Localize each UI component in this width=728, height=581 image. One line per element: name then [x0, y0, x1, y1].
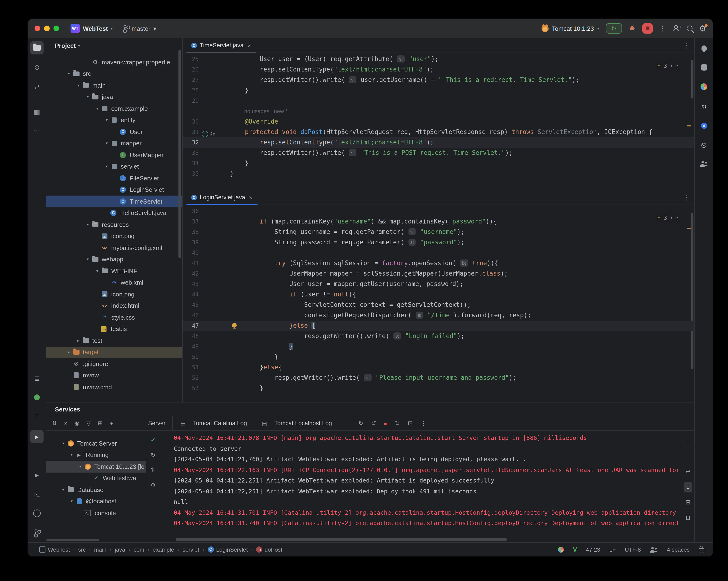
chevron-icon[interactable]: ▾	[84, 257, 92, 261]
tree-item-fileservlet[interactable]: CFileServlet	[46, 172, 182, 184]
rerun-icon[interactable]: ↻	[151, 450, 155, 460]
breadcrumb-item-java[interactable]: java	[115, 546, 125, 553]
code-area[interactable]: ⚠ 3 ▴ ▾ 25 User user = (User) req.getAtt…	[183, 53, 694, 190]
warning-stripe-mark[interactable]	[687, 125, 691, 126]
restart-icon[interactable]: ↻	[359, 420, 363, 427]
tree-item-gitignore[interactable]: ⊘.gitignore	[46, 358, 182, 370]
code-line[interactable]: 38 String username = req.getParameter( s…	[183, 227, 694, 237]
tree-item-icon-png[interactable]: icon.png	[46, 288, 182, 300]
services-item-console[interactable]: >_console	[46, 507, 146, 519]
chevron-icon[interactable]: ▾	[84, 223, 92, 227]
zoom-button[interactable]	[53, 26, 59, 31]
intention-bulb-icon[interactable]	[232, 323, 237, 328]
code-with-me-icon[interactable]: +	[673, 25, 680, 32]
tree-item-entity[interactable]: ▾entity	[46, 115, 182, 126]
code-line[interactable]: 39 String password = req.getParameter( s…	[183, 237, 694, 248]
tree-item-style-css[interactable]: #style.css	[46, 311, 182, 323]
inspections-widget[interactable]: ⚠ 3 ▴ ▾	[655, 212, 681, 224]
close-icon[interactable]: ×	[247, 42, 251, 49]
code-line[interactable]: 34 }	[183, 158, 694, 169]
tree-item-servlet[interactable]: ▾servlet	[46, 161, 182, 172]
tree-item-com-example[interactable]: ▾com.example	[46, 103, 182, 115]
maven-icon[interactable]: m	[697, 99, 710, 113]
services-item-localhost[interactable]: ▾@localhost	[46, 496, 146, 507]
code-line[interactable]: 46 context.getRequestDispatcher( s: "/ti…	[183, 310, 694, 321]
check-icon[interactable]: ✓	[151, 435, 155, 445]
chevron-icon[interactable]: ▾	[77, 464, 84, 469]
tree-item-main[interactable]: ▾main	[46, 80, 182, 91]
collab-users-icon[interactable]	[650, 547, 658, 552]
tree-item-timeservlet[interactable]: CTimeServlet	[46, 196, 182, 207]
chevron-icon[interactable]: ▾	[60, 488, 67, 492]
preview-icon[interactable]: ◉	[74, 420, 79, 427]
code-line[interactable]: 28 }	[183, 85, 694, 96]
scroll-icon[interactable]: ⇅	[151, 464, 155, 475]
tree-item-mvnw-cmd[interactable]: mvnw.cmd	[46, 381, 182, 393]
chevron-icon[interactable]: ▸	[65, 350, 72, 354]
tree-item-maven-wrapper-propertie[interactable]: ⚙maven-wrapper.propertie	[46, 56, 182, 68]
tree-item-mvnw[interactable]: mvnw	[46, 370, 182, 381]
code-line[interactable]: 33 resp.getWriter().write( s: "This is a…	[183, 148, 694, 158]
line-separator-widget[interactable]: LF	[609, 546, 616, 553]
chevron-icon[interactable]: ▾	[103, 141, 110, 146]
lock-icon[interactable]	[699, 548, 704, 553]
services-icon[interactable]: ▶	[30, 430, 44, 443]
more-icon[interactable]: ⋮	[683, 194, 690, 201]
chat-icon[interactable]	[697, 119, 710, 132]
code-line[interactable]: 35}	[183, 169, 694, 179]
inspections-widget[interactable]: ⚠ 3 ▴ ▾	[655, 60, 681, 72]
breadcrumb-item-webtest[interactable]: WebTest	[39, 546, 70, 553]
encoding-widget[interactable]: UTF-8	[625, 546, 641, 553]
project-icon[interactable]	[30, 41, 44, 54]
code-line[interactable]: 25 User user = (User) req.getAttribute( …	[183, 54, 694, 65]
breadcrumb-item-loginservlet[interactable]: CLoginServlet	[208, 546, 248, 553]
code-line[interactable]: 27 resp.getWriter().write( s: user.getUs…	[183, 75, 694, 85]
terminal-icon[interactable]: >_	[30, 488, 44, 501]
openai-icon[interactable]: ⊛	[697, 138, 710, 152]
pull-requests-icon[interactable]: ⇄	[30, 80, 44, 93]
next-warning-icon[interactable]: ▾	[676, 212, 678, 223]
build-icon[interactable]: ≣	[30, 372, 44, 385]
services-header[interactable]: Services	[46, 403, 694, 416]
chevron-icon[interactable]: ▾	[65, 72, 72, 76]
next-warning-icon[interactable]: ▾	[676, 60, 678, 71]
chevron-icon[interactable]: ▾	[103, 165, 110, 169]
collapse-icon[interactable]: ×	[64, 420, 67, 427]
code-line[interactable]: 44 if (user != null){	[183, 289, 694, 300]
project-widget[interactable]: WT WebTest ▾	[68, 22, 115, 34]
minimize-button[interactable]	[44, 26, 50, 31]
tree-item-src[interactable]: ▾src	[46, 68, 182, 80]
warning-stripe-mark[interactable]	[687, 228, 691, 229]
code-line[interactable]: 41 try (SqlSession sqlSession = factory.…	[183, 258, 694, 269]
version-control-icon[interactable]	[30, 526, 44, 539]
code-line[interactable]: 45 ServletContext context = getServletCo…	[183, 300, 694, 310]
stop-icon[interactable]: ■	[384, 421, 387, 426]
chevron-icon[interactable]: ▾	[103, 118, 110, 122]
search-icon[interactable]	[687, 26, 693, 31]
chevron-icon[interactable]: ▾	[68, 499, 75, 504]
stop-button[interactable]	[642, 23, 653, 34]
breadcrumb-item-src[interactable]: src	[78, 546, 86, 553]
editor-tab-loginservlet[interactable]: C LoginServlet.java ×	[186, 191, 257, 205]
settings-icon[interactable]: ⚙	[151, 479, 156, 490]
tree-item-loginservlet[interactable]: CLoginServlet	[46, 184, 182, 196]
database-icon[interactable]	[697, 60, 710, 74]
tree-item-test-js[interactable]: JStest.js	[46, 323, 182, 335]
indent-widget[interactable]: 4 spaces	[667, 546, 690, 553]
services-item-running[interactable]: ▾▶Running	[46, 449, 146, 461]
prev-warning-icon[interactable]: ▴	[671, 212, 673, 223]
project-panel-header[interactable]: Project ▾	[46, 39, 182, 53]
code-line[interactable]: 29	[183, 96, 694, 106]
services-tree-scrollbar[interactable]	[46, 539, 99, 541]
scroll-up-icon[interactable]: ↑	[686, 436, 690, 446]
soft-wrap-icon[interactable]: ↩	[685, 466, 691, 477]
ai-assistant-icon[interactable]	[30, 390, 44, 404]
tree-item-usermapper[interactable]: IUserMapper	[46, 149, 182, 161]
breadcrumb-item-com[interactable]: com	[133, 546, 144, 553]
editor-tab-timeservlet[interactable]: C TimeServlet.java ×	[186, 39, 256, 53]
run-icon[interactable]: ▶	[30, 468, 44, 482]
chevron-icon[interactable]: ▾	[75, 83, 82, 87]
collab-icon[interactable]	[697, 157, 710, 171]
tree-item-index-html[interactable]: <>index.html	[46, 300, 182, 311]
services-tab-tomcat-localhost-log[interactable]: ▤Tomcat Localhost Log	[254, 416, 338, 430]
